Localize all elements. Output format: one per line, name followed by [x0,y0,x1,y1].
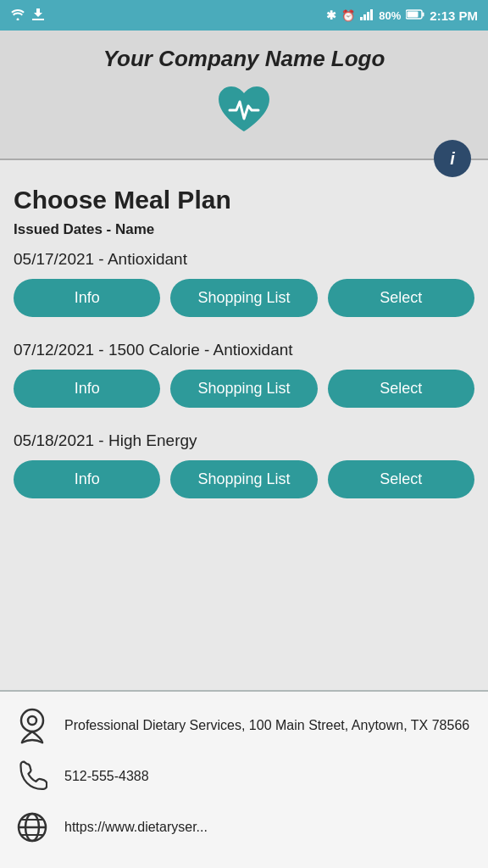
svg-rect-6 [423,13,424,17]
main-content: Choose Meal Plan Issued Dates - Name 05/… [0,160,488,690]
globe-icon [14,809,51,846]
info-button-3[interactable]: Info [14,460,160,498]
meal-plan-name-1: 05/17/2021 - Antioxidant [14,250,474,269]
svg-rect-3 [370,9,373,20]
location-icon [14,707,51,744]
footer-phone-item: 512-555-4388 [14,758,474,795]
bluetooth-icon: ✱ [326,8,336,22]
signal-icon [360,8,374,23]
svg-point-7 [21,709,43,732]
global-info-button[interactable]: i [434,140,471,177]
footer: Professional Dietary Services, 100 Main … [0,690,488,868]
download-icon [32,8,44,24]
footer-website-text: https://www.dietaryser... [64,818,208,837]
company-name: Your Company Name Logo [103,46,385,72]
svg-point-8 [28,716,36,725]
health-heart-icon [214,81,274,140]
meal-plan-name-3: 05/18/2021 - High Energy [14,431,474,450]
info-button-2[interactable]: Info [14,370,160,408]
time-display: 2:13 PM [430,8,478,23]
phone-icon [14,758,51,795]
header-logo-section: Your Company Name Logo i [0,31,488,160]
svg-rect-1 [363,14,366,20]
alarm-icon: ⏰ [341,9,355,22]
svg-rect-0 [360,17,363,20]
battery-level: 80% [379,9,401,22]
meal-plan-name-2: 07/12/2021 - 1500 Calorie - Antioxidant [14,341,474,359]
meal-plan-item-2: 07/12/2021 - 1500 Calorie - Antioxidant … [14,341,474,408]
meal-plan-item-1: 05/17/2021 - Antioxidant Info Shopping L… [14,250,474,317]
status-right-icons: ✱ ⏰ 80% 2:13 PM [326,8,478,23]
shopping-list-button-3[interactable]: Shopping List [170,460,317,498]
svg-rect-5 [408,12,419,18]
status-left-icons [10,8,44,24]
svg-rect-2 [367,12,369,20]
footer-address-item: Professional Dietary Services, 100 Main … [14,707,474,744]
footer-website-item: https://www.dietaryser... [14,809,474,846]
section-subtitle: Issued Dates - Name [14,221,474,238]
meal-plan-item-3: 05/18/2021 - High Energy Info Shopping L… [14,431,474,498]
status-bar: ✱ ⏰ 80% 2:13 PM [0,0,488,31]
shopping-list-button-2[interactable]: Shopping List [170,370,317,408]
footer-address-text: Professional Dietary Services, 100 Main … [64,716,469,735]
meal-plan-buttons-2: Info Shopping List Select [14,370,474,408]
info-button-1[interactable]: Info [14,279,160,317]
battery-icon [406,8,424,22]
footer-phone-text: 512-555-4388 [64,767,149,786]
select-button-1[interactable]: Select [328,279,474,317]
meal-plan-buttons-3: Info Shopping List Select [14,460,474,498]
shopping-list-button-1[interactable]: Shopping List [170,279,317,317]
meal-plan-buttons-1: Info Shopping List Select [14,279,474,317]
wifi-icon [10,8,25,23]
select-button-2[interactable]: Select [328,370,474,408]
page-title: Choose Meal Plan [14,186,474,214]
select-button-3[interactable]: Select [328,460,474,498]
